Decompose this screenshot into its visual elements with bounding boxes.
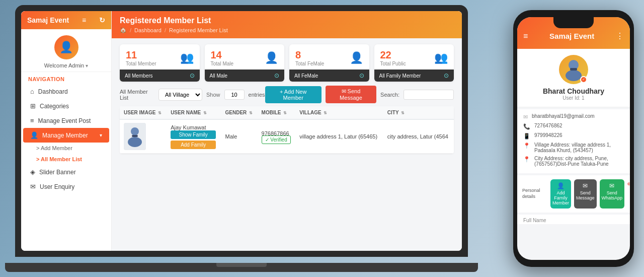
show-family-button[interactable]: Show Family (171, 130, 216, 139)
members-table: USER IMAGE ⇅ USER NAME ⇅ GENDER ⇅ MOBILE… (120, 106, 454, 154)
mobile-icon: 📱 (523, 133, 530, 140)
search-input[interactable] (404, 90, 454, 100)
stat-bottom-label: All Members (125, 73, 153, 79)
sidebar-header: Samaj Event ≡ ↻ (21, 11, 111, 29)
grid-icon: ⊞ (30, 102, 36, 110)
check-icon: ⊙ (359, 72, 364, 79)
user-profile-section: 👤 Welcome Admin ▾ (21, 29, 111, 72)
col-user-image: USER IMAGE ⇅ (120, 106, 167, 119)
main-content: Registered Member List 🏠 / Dashboard / R… (112, 11, 462, 251)
stat-card-bottom[interactable]: All Family Member ⊙ (374, 70, 454, 82)
phone-icon: 📞 (523, 123, 530, 130)
stat-bottom-label: All FeMale (294, 73, 318, 79)
contact-email: ✉ bharatbhayal19@gmail.com (523, 113, 624, 120)
app-logo-text: Samaj Event (27, 16, 69, 24)
cell-city: city address, Latur (4564 (383, 119, 454, 154)
profile-card: ✓ Bharat Choudhary User Id: 1 (517, 49, 630, 107)
male-icon: 👤 (265, 51, 278, 64)
svg-point-1 (131, 127, 139, 135)
profile-verified-badge: ✓ (580, 76, 587, 83)
stat-card-bottom[interactable]: All Members ⊙ (120, 70, 200, 82)
send-msg-btn-label: Send Message (576, 190, 595, 200)
sidebar-item-manage-event-post[interactable]: ≡ Manage Event Post (23, 113, 109, 128)
stat-label: Total Male (211, 61, 234, 66)
col-gender: GENDER ⇅ (221, 106, 257, 119)
contact-phone1: 📞 7276476862 (523, 123, 624, 130)
sidebar-item-categories[interactable]: ⊞ Categories (23, 99, 109, 113)
phone2-value: 9799948226 (534, 132, 562, 138)
sidebar-item-label: User Enquiry (40, 183, 74, 190)
check-icon: ⊙ (190, 72, 195, 79)
cell-mobile: 976867866 ✓ Verified (258, 119, 296, 154)
cell-village: village address 1, Latur (65465) (295, 119, 383, 154)
sidebar-item-manage-member[interactable]: 👤 Manage Member ▾ (23, 128, 109, 143)
stat-bottom-label: All Male (210, 73, 228, 79)
send-whatsapp-button[interactable]: ✉ Send WhatsApp (600, 179, 625, 209)
laptop-base (5, 263, 478, 272)
stats-row: 11 Total Member 👥 All Members ⊙ (112, 38, 462, 86)
sub-item-label: Add Member (41, 145, 72, 151)
verified-badge: ✓ Verified (262, 135, 291, 144)
col-city: CITY ⇅ (383, 106, 454, 119)
col-user-name: USER NAME ⇅ (167, 106, 221, 119)
phone-body: ≡ Samaj Event ⋮ ✓ Bharat Choudhary User … (513, 10, 634, 267)
sidebar-item-slider-banner[interactable]: ◈ Slider Banner (23, 165, 109, 179)
phone-menu-icon[interactable]: ≡ (523, 32, 528, 41)
refresh-icon[interactable]: ↻ (99, 16, 105, 24)
city-address-value: City Address: city address, Pune, (76575… (534, 156, 624, 167)
stat-card-total-female: 8 Total FeMale 👤 All FeMale ⊙ (289, 44, 369, 82)
email-value: bharatbhayal19@gmail.com (532, 113, 595, 119)
stat-number: 11 (126, 49, 156, 61)
svg-rect-3 (132, 135, 138, 137)
svg-rect-6 (570, 68, 577, 71)
phone-app-title: Samaj Event (528, 32, 616, 40)
stat-card-bottom[interactable]: All FeMale ⊙ (289, 70, 369, 82)
stat-bottom-label: All Family Member (379, 73, 421, 79)
hamburger-icon[interactable]: ≡ (82, 16, 86, 24)
stat-number: 14 (211, 49, 234, 61)
profile-avatar-ring: ✓ (559, 55, 588, 84)
send-message-button[interactable]: ✉ Send Message (326, 86, 376, 103)
email-icon: ✉ (523, 114, 528, 120)
users-icon: 👥 (180, 51, 194, 64)
profile-user-id: User Id: 1 (562, 95, 584, 101)
entries-input[interactable] (224, 90, 245, 100)
sidebar-subitem-all-member-list[interactable]: All Member List (21, 154, 111, 165)
female-icon: 👤 (350, 51, 363, 64)
sidebar: Samaj Event ≡ ↻ 👤 Welcome Admin ▾ Naviga… (21, 11, 112, 251)
sidebar-item-user-enquiry[interactable]: ✉ User Enquiry (23, 179, 109, 194)
stat-card-total-member: 11 Total Member 👥 All Members ⊙ (120, 44, 200, 82)
sidebar-item-label: Manage Member (42, 132, 88, 139)
village-filter-select[interactable]: All Village (158, 89, 202, 101)
table-controls: All Member List All Village Show entries… (120, 86, 454, 103)
add-new-member-button[interactable]: + Add New Member (265, 86, 321, 103)
add-family-member-button[interactable]: 👤 Add Family Member (550, 179, 571, 209)
user-dropdown-arrow[interactable]: ▾ (86, 63, 88, 68)
phone-screen: ≡ Samaj Event ⋮ ✓ Bharat Choudhary User … (517, 17, 630, 260)
stat-card-bottom[interactable]: All Male ⊙ (205, 70, 285, 82)
show-label: Show (206, 92, 220, 98)
sidebar-item-dashboard[interactable]: ⌂ Dashboard (23, 84, 109, 99)
add-family-btn-label: Add Family Member (552, 190, 569, 205)
sub-item-label: All Member List (41, 156, 82, 162)
member-name: Ajay Kumawat (171, 124, 217, 130)
filter-label: All Member List (120, 89, 154, 101)
sidebar-item-label: Categories (40, 103, 69, 110)
cell-user-name: Ajay Kumawat Show Family Add Family (167, 119, 221, 154)
nav-section-label: Navigation (21, 72, 111, 84)
stat-label: Total FeMale (295, 61, 324, 66)
phone-more-icon[interactable]: ⋮ (616, 31, 624, 41)
phone-container: ≡ Samaj Event ⋮ ✓ Bharat Choudhary User … (513, 10, 634, 267)
sidebar-subitem-add-member[interactable]: Add Member (21, 143, 111, 154)
add-family-button[interactable]: Add Family (171, 141, 216, 149)
search-label: Search: (380, 92, 399, 98)
breadcrumb-dashboard[interactable]: Dashboard (134, 27, 162, 33)
chevron-down-icon: ▾ (100, 132, 102, 138)
send-message-phone-button[interactable]: ✉ Send Message (574, 179, 597, 209)
location-icon: 📍 (523, 143, 530, 149)
svg-point-2 (128, 137, 142, 147)
edit-icon[interactable]: ✏ (627, 179, 630, 209)
stat-number: 22 (380, 49, 406, 61)
user-icon: 👤 (30, 131, 38, 139)
page-title: Registered Member List (120, 16, 454, 25)
